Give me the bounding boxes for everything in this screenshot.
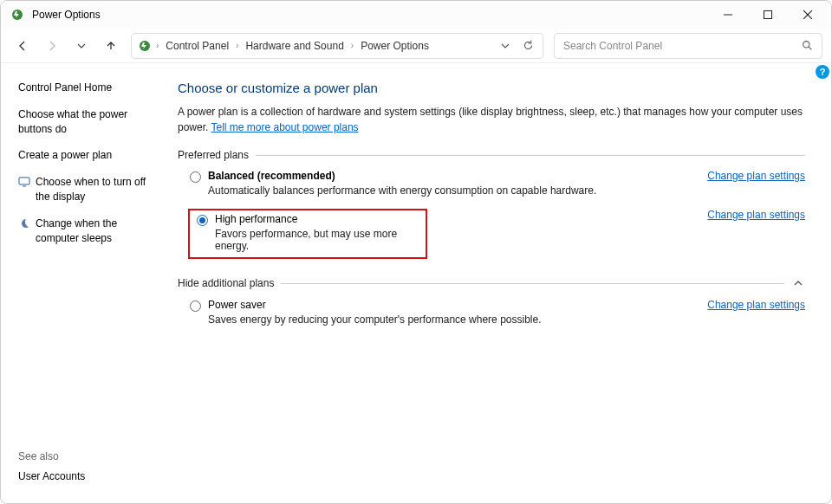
- plan-name[interactable]: Power saver: [208, 299, 266, 311]
- change-plan-settings-link[interactable]: Change plan settings: [707, 299, 805, 311]
- plan-power-saver: Power saver Change plan settings Saves e…: [178, 295, 805, 334]
- plan-description: Automatically balances performance with …: [208, 184, 805, 197]
- see-also-label: See also: [18, 450, 157, 462]
- chevron-right-icon[interactable]: ›: [156, 41, 159, 50]
- change-plan-settings-link[interactable]: Change plan settings: [707, 170, 805, 182]
- plan-name[interactable]: Balanced (recommended): [208, 170, 335, 182]
- content-area: Control Panel Home Choose what the power…: [1, 63, 831, 503]
- search-box[interactable]: [554, 33, 822, 59]
- change-sleep-link[interactable]: Change when the computer sleeps: [36, 216, 157, 246]
- create-power-plan-link[interactable]: Create a power plan: [18, 148, 157, 163]
- chevron-up-icon[interactable]: [791, 276, 805, 290]
- recent-dropdown-button[interactable]: [68, 33, 94, 59]
- minimize-button[interactable]: [708, 2, 748, 28]
- close-button[interactable]: [788, 2, 828, 28]
- breadcrumb-item[interactable]: Hardware and Sound: [242, 38, 347, 54]
- chevron-right-icon[interactable]: ›: [236, 41, 238, 50]
- preferred-plans-label: Preferred plans: [178, 149, 805, 161]
- plan-description: Favors performance, but may use more ene…: [215, 228, 420, 252]
- user-accounts-link[interactable]: User Accounts: [18, 469, 157, 484]
- display-icon: [18, 176, 30, 188]
- radio-power-saver[interactable]: [190, 300, 201, 312]
- radio-balanced[interactable]: [190, 171, 201, 183]
- hide-additional-plans-text: Hide additional plans: [178, 277, 274, 289]
- power-options-icon: [137, 38, 153, 54]
- moon-icon: [18, 217, 30, 229]
- page-description: A power plan is a collection of hardware…: [178, 104, 805, 135]
- power-options-icon: [10, 7, 25, 23]
- choose-power-buttons-link[interactable]: Choose what the power buttons do: [18, 107, 157, 137]
- highlight-box: High performance Favors performance, but…: [188, 209, 427, 259]
- plan-balanced: Balanced (recommended) Change plan setti…: [178, 166, 805, 205]
- address-dropdown-button[interactable]: [496, 36, 515, 55]
- plan-high-performance: High performance Favors performance, but…: [178, 205, 805, 268]
- forward-button[interactable]: [39, 33, 65, 59]
- tell-me-more-link[interactable]: Tell me more about power plans: [211, 121, 358, 133]
- svg-line-7: [809, 47, 811, 49]
- turn-off-display-link[interactable]: Choose when to turn off the display: [36, 175, 157, 204]
- refresh-button[interactable]: [518, 36, 537, 55]
- search-icon[interactable]: [802, 40, 813, 51]
- titlebar: Power Options: [1, 1, 831, 29]
- back-button[interactable]: [10, 33, 36, 59]
- toolbar: › Control Panel › Hardware and Sound › P…: [1, 29, 831, 63]
- breadcrumb-item[interactable]: Power Options: [357, 38, 432, 54]
- up-button[interactable]: [98, 33, 124, 59]
- control-panel-home-link[interactable]: Control Panel Home: [18, 81, 157, 95]
- hide-additional-plans-toggle[interactable]: Hide additional plans: [178, 276, 805, 290]
- help-icon[interactable]: ?: [816, 65, 829, 79]
- sidebar: Control Panel Home Choose what the power…: [1, 63, 166, 503]
- svg-rect-2: [764, 11, 772, 19]
- change-plan-settings-link[interactable]: Change plan settings: [707, 209, 805, 221]
- page-heading: Choose or customize a power plan: [178, 81, 805, 95]
- breadcrumb-item[interactable]: Control Panel: [162, 38, 232, 54]
- preferred-plans-text: Preferred plans: [178, 149, 249, 161]
- radio-high-performance[interactable]: [197, 215, 208, 226]
- address-bar[interactable]: › Control Panel › Hardware and Sound › P…: [131, 33, 543, 59]
- svg-point-6: [803, 42, 809, 48]
- search-input[interactable]: [563, 40, 802, 52]
- window-title: Power Options: [32, 9, 101, 21]
- main-panel: ? Choose or customize a power plan A pow…: [166, 63, 831, 503]
- svg-rect-8: [19, 178, 29, 184]
- chevron-right-icon[interactable]: ›: [351, 41, 354, 50]
- plan-description: Saves energy by reducing your computer's…: [208, 313, 805, 326]
- plan-name[interactable]: High performance: [215, 213, 297, 225]
- maximize-button[interactable]: [748, 2, 788, 28]
